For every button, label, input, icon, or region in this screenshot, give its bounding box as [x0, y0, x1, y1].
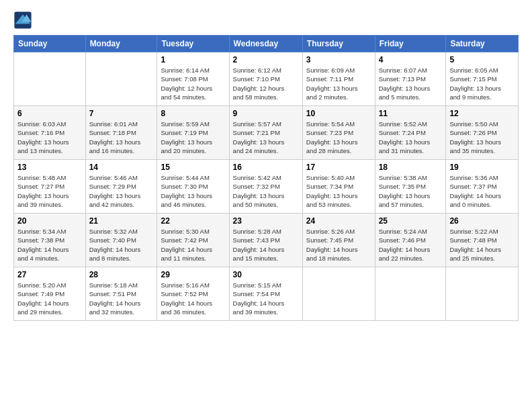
- calendar-cell: 3Sunrise: 6:09 AM Sunset: 7:11 PM Daylig…: [302, 52, 375, 106]
- calendar-cell: 13Sunrise: 5:48 AM Sunset: 7:27 PM Dayli…: [14, 160, 86, 214]
- calendar-cell: 17Sunrise: 5:40 AM Sunset: 7:34 PM Dayli…: [302, 160, 375, 214]
- day-number: 17: [306, 163, 371, 172]
- calendar-cell: 10Sunrise: 5:54 AM Sunset: 7:23 PM Dayli…: [302, 106, 375, 160]
- day-number: 7: [89, 109, 154, 118]
- day-info: Sunrise: 5:26 AM Sunset: 7:45 PM Dayligh…: [306, 227, 371, 263]
- day-number: 10: [306, 109, 371, 118]
- calendar-week-5: 27Sunrise: 5:20 AM Sunset: 7:49 PM Dayli…: [14, 267, 519, 321]
- calendar-cell: 26Sunrise: 5:22 AM Sunset: 7:48 PM Dayli…: [446, 214, 519, 267]
- day-number: 26: [449, 216, 515, 226]
- day-number: 6: [17, 109, 82, 118]
- day-info: Sunrise: 5:38 AM Sunset: 7:35 PM Dayligh…: [379, 173, 443, 209]
- day-number: 11: [379, 109, 443, 118]
- day-header-monday: Monday: [85, 36, 157, 52]
- calendar-cell: 14Sunrise: 5:46 AM Sunset: 7:29 PM Dayli…: [85, 160, 157, 214]
- day-info: Sunrise: 5:54 AM Sunset: 7:23 PM Dayligh…: [306, 120, 371, 155]
- day-number: 20: [17, 216, 82, 226]
- day-number: 19: [449, 163, 515, 172]
- day-info: Sunrise: 5:16 AM Sunset: 7:52 PM Dayligh…: [161, 281, 225, 316]
- day-info: Sunrise: 5:52 AM Sunset: 7:24 PM Dayligh…: [379, 120, 443, 155]
- day-info: Sunrise: 5:18 AM Sunset: 7:51 PM Dayligh…: [89, 281, 154, 316]
- calendar-cell: 7Sunrise: 6:01 AM Sunset: 7:18 PM Daylig…: [85, 106, 157, 160]
- day-number: 5: [449, 55, 515, 64]
- day-header-saturday: Saturday: [446, 36, 519, 52]
- day-number: 25: [379, 216, 443, 226]
- calendar-cell: 12Sunrise: 5:50 AM Sunset: 7:26 PM Dayli…: [446, 106, 519, 160]
- calendar-cell: 9Sunrise: 5:57 AM Sunset: 7:21 PM Daylig…: [229, 106, 302, 160]
- calendar-cell: 30Sunrise: 5:15 AM Sunset: 7:54 PM Dayli…: [229, 267, 302, 321]
- day-info: Sunrise: 6:09 AM Sunset: 7:11 PM Dayligh…: [306, 66, 371, 101]
- day-number: 29: [161, 270, 225, 279]
- logo-icon: [13, 11, 32, 30]
- day-header-tuesday: Tuesday: [157, 36, 229, 52]
- day-info: Sunrise: 5:34 AM Sunset: 7:38 PM Dayligh…: [17, 227, 82, 263]
- day-header-sunday: Sunday: [14, 36, 86, 52]
- day-number: 15: [161, 163, 225, 172]
- day-number: 13: [17, 163, 82, 172]
- day-info: Sunrise: 5:24 AM Sunset: 7:46 PM Dayligh…: [379, 227, 443, 263]
- calendar-cell: 5Sunrise: 6:05 AM Sunset: 7:15 PM Daylig…: [446, 52, 519, 106]
- day-header-wednesday: Wednesday: [229, 36, 302, 52]
- day-info: Sunrise: 5:40 AM Sunset: 7:34 PM Dayligh…: [306, 173, 371, 209]
- day-info: Sunrise: 5:44 AM Sunset: 7:30 PM Dayligh…: [161, 173, 225, 209]
- calendar: SundayMondayTuesdayWednesdayThursdayFrid…: [13, 35, 519, 321]
- day-info: Sunrise: 5:22 AM Sunset: 7:48 PM Dayligh…: [449, 227, 515, 263]
- calendar-cell: 23Sunrise: 5:28 AM Sunset: 7:43 PM Dayli…: [229, 214, 302, 267]
- page: SundayMondayTuesdayWednesdayThursdayFrid…: [0, 0, 532, 411]
- day-header-thursday: Thursday: [302, 36, 375, 52]
- calendar-week-1: 1Sunrise: 6:14 AM Sunset: 7:08 PM Daylig…: [14, 52, 519, 106]
- calendar-cell: 22Sunrise: 5:30 AM Sunset: 7:42 PM Dayli…: [157, 214, 229, 267]
- day-header-friday: Friday: [375, 36, 446, 52]
- day-info: Sunrise: 5:15 AM Sunset: 7:54 PM Dayligh…: [233, 281, 299, 316]
- day-info: Sunrise: 5:46 AM Sunset: 7:29 PM Dayligh…: [89, 173, 154, 209]
- day-info: Sunrise: 6:03 AM Sunset: 7:16 PM Dayligh…: [17, 120, 82, 155]
- day-info: Sunrise: 5:48 AM Sunset: 7:27 PM Dayligh…: [17, 173, 82, 209]
- calendar-cell: 18Sunrise: 5:38 AM Sunset: 7:35 PM Dayli…: [375, 160, 446, 214]
- day-info: Sunrise: 5:32 AM Sunset: 7:40 PM Dayligh…: [89, 227, 154, 263]
- day-number: 16: [233, 163, 299, 172]
- day-number: 14: [89, 163, 154, 172]
- calendar-cell: 8Sunrise: 5:59 AM Sunset: 7:19 PM Daylig…: [157, 106, 229, 160]
- calendar-week-3: 13Sunrise: 5:48 AM Sunset: 7:27 PM Dayli…: [14, 160, 519, 214]
- calendar-cell: [446, 267, 519, 321]
- calendar-cell: 19Sunrise: 5:36 AM Sunset: 7:37 PM Dayli…: [446, 160, 519, 214]
- day-number: 21: [89, 216, 154, 226]
- calendar-cell: 24Sunrise: 5:26 AM Sunset: 7:45 PM Dayli…: [302, 214, 375, 267]
- day-info: Sunrise: 6:12 AM Sunset: 7:10 PM Dayligh…: [233, 66, 299, 101]
- day-number: 9: [233, 109, 299, 118]
- calendar-cell: 21Sunrise: 5:32 AM Sunset: 7:40 PM Dayli…: [85, 214, 157, 267]
- day-number: 4: [379, 55, 443, 64]
- calendar-cell: 6Sunrise: 6:03 AM Sunset: 7:16 PM Daylig…: [14, 106, 86, 160]
- day-info: Sunrise: 5:36 AM Sunset: 7:37 PM Dayligh…: [449, 173, 515, 209]
- calendar-cell: 15Sunrise: 5:44 AM Sunset: 7:30 PM Dayli…: [157, 160, 229, 214]
- day-number: 24: [306, 216, 371, 226]
- day-number: 27: [17, 270, 82, 279]
- day-info: Sunrise: 6:07 AM Sunset: 7:13 PM Dayligh…: [379, 66, 443, 101]
- day-number: 23: [233, 216, 299, 226]
- calendar-cell: 28Sunrise: 5:18 AM Sunset: 7:51 PM Dayli…: [85, 267, 157, 321]
- calendar-cell: 16Sunrise: 5:42 AM Sunset: 7:32 PM Dayli…: [229, 160, 302, 214]
- day-info: Sunrise: 6:01 AM Sunset: 7:18 PM Dayligh…: [89, 120, 154, 155]
- calendar-cell: [14, 52, 86, 106]
- day-info: Sunrise: 5:28 AM Sunset: 7:43 PM Dayligh…: [233, 227, 299, 263]
- calendar-cell: 11Sunrise: 5:52 AM Sunset: 7:24 PM Dayli…: [375, 106, 446, 160]
- day-number: 2: [233, 55, 299, 64]
- day-info: Sunrise: 5:50 AM Sunset: 7:26 PM Dayligh…: [449, 120, 515, 155]
- day-number: 28: [89, 270, 154, 279]
- calendar-cell: [375, 267, 446, 321]
- logo: [13, 11, 34, 30]
- day-info: Sunrise: 5:57 AM Sunset: 7:21 PM Dayligh…: [233, 120, 299, 155]
- calendar-cell: 27Sunrise: 5:20 AM Sunset: 7:49 PM Dayli…: [14, 267, 86, 321]
- calendar-cell: 20Sunrise: 5:34 AM Sunset: 7:38 PM Dayli…: [14, 214, 86, 267]
- calendar-cell: 25Sunrise: 5:24 AM Sunset: 7:46 PM Dayli…: [375, 214, 446, 267]
- calendar-cell: 2Sunrise: 6:12 AM Sunset: 7:10 PM Daylig…: [229, 52, 302, 106]
- calendar-week-4: 20Sunrise: 5:34 AM Sunset: 7:38 PM Dayli…: [14, 214, 519, 267]
- day-number: 8: [161, 109, 225, 118]
- day-info: Sunrise: 5:20 AM Sunset: 7:49 PM Dayligh…: [17, 281, 82, 316]
- day-number: 1: [161, 55, 225, 64]
- day-number: 22: [161, 216, 225, 226]
- calendar-header-row: SundayMondayTuesdayWednesdayThursdayFrid…: [14, 36, 519, 52]
- day-number: 3: [306, 55, 371, 64]
- calendar-cell: [85, 52, 157, 106]
- header: [13, 11, 519, 30]
